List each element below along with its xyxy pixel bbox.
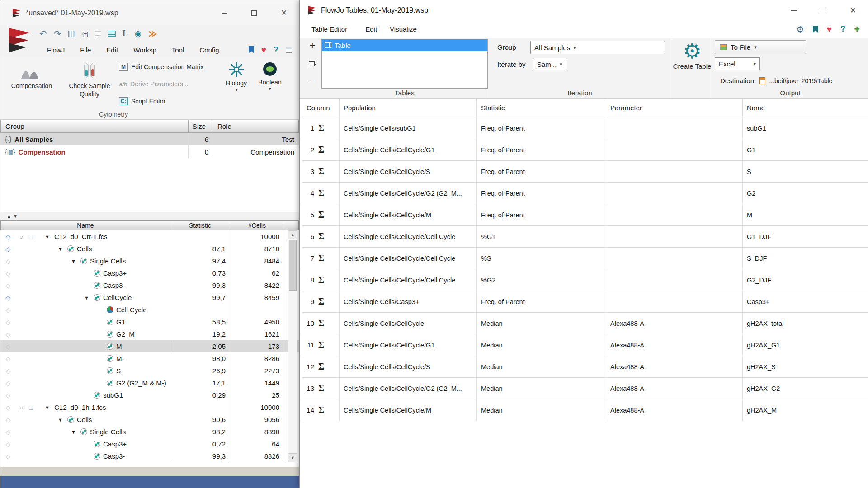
create-table-button[interactable]: ⚙ Create Table — [673, 41, 712, 71]
tree-row[interactable]: ◇▼CellCycle99,78459 — [0, 291, 299, 304]
table-row[interactable]: 2ΣCells/Single Cells/CellCycle/G1Freq. o… — [302, 139, 868, 161]
table-row[interactable]: 12ΣCells/Single Cells/CellCycle/SMedianA… — [302, 356, 868, 378]
check-sample-quality-button[interactable]: Check Sample Quality — [63, 62, 116, 98]
tree-expander-icon[interactable]: ▼ — [45, 405, 54, 410]
tree-expander-icon[interactable]: ▼ — [58, 417, 67, 422]
column-header-role[interactable]: Role — [213, 120, 299, 133]
tab-worksp[interactable]: Worksp — [126, 42, 164, 57]
table-row[interactable]: 7ΣCells/Single Cells/CellCycle/Cell Cycl… — [302, 248, 868, 269]
help-icon[interactable]: ? — [274, 45, 278, 55]
tree-row[interactable]: ◇M2,05173 — [0, 340, 299, 352]
flowjo-logo[interactable] — [6, 26, 32, 55]
sample-square-icon[interactable]: □ — [29, 401, 33, 413]
close-button[interactable]: ✕ — [269, 0, 299, 25]
forward-arrows-icon[interactable]: ≫ — [148, 28, 157, 39]
scroll-up-icon[interactable]: ▲ — [288, 231, 297, 239]
column-header-name[interactable]: Name — [743, 99, 868, 117]
tab-file[interactable]: File — [72, 42, 99, 57]
tree-row[interactable]: ◇○□▼C12_d0_Ctr-1.fcs10000 — [0, 230, 299, 243]
column-header-statistic[interactable]: Statistic — [477, 99, 606, 117]
table-list-item[interactable]: Table — [322, 39, 487, 51]
tree-row[interactable]: ◇subG10,2925 — [0, 389, 299, 401]
table-editor-icon[interactable] — [108, 31, 116, 37]
table-row[interactable]: 8ΣCells/Single Cells/CellCycle/Cell Cycl… — [302, 269, 868, 291]
remove-table-button[interactable]: − — [307, 74, 318, 86]
tree-row[interactable]: ◇G158,54950 — [0, 316, 299, 328]
tree-row[interactable]: ◇▼Cells87,18710 — [0, 243, 299, 255]
tree-row[interactable]: ◇Casp3-99,38422 — [0, 279, 299, 291]
menu-visualize[interactable]: Visualize — [383, 21, 423, 38]
tree-expander-icon[interactable]: ▼ — [84, 295, 94, 300]
tree-row[interactable]: ◇▼Single Cells98,28890 — [0, 426, 299, 438]
proliferation-icon[interactable]: ◉ — [135, 29, 142, 38]
table-row[interactable]: 4ΣCells/Single Cells/CellCycle/G2 (G2_M.… — [302, 183, 868, 204]
add-window-icon[interactable] — [286, 47, 292, 53]
undo-icon[interactable]: ↶ — [39, 28, 47, 39]
bookmark-icon[interactable] — [249, 46, 254, 53]
gear-icon[interactable]: ⚙ — [796, 25, 804, 34]
table-row[interactable]: 11ΣCells/Single Cells/CellCycle/G1Median… — [302, 334, 868, 356]
group-dropdown[interactable]: All Samples ▾ — [530, 41, 665, 54]
heart-icon[interactable]: ♥ — [261, 46, 266, 54]
table-row[interactable]: 6ΣCells/Single Cells/CellCycle/Cell Cycl… — [302, 226, 868, 248]
tree-row[interactable]: ◇▼Single Cells97,48484 — [0, 255, 299, 267]
output-format-select[interactable]: Excel ▾ — [715, 57, 760, 70]
scroll-down-icon[interactable]: ▼ — [288, 453, 297, 462]
biology-dropdown[interactable]: Biology ▾ — [221, 61, 252, 93]
duplicate-table-button[interactable] — [307, 57, 318, 69]
table-row[interactable]: 13ΣCells/Single Cells/CellCycle/G2 (G2_M… — [302, 378, 868, 399]
column-header-population[interactable]: Population — [340, 99, 477, 117]
minimize-button[interactable] — [778, 0, 808, 21]
tree-row[interactable]: ◇Casp3+0,7264 — [0, 438, 299, 450]
tree-row[interactable]: ◇○□▼C12_d0_1h-1.fcs10000 — [0, 401, 299, 413]
tree-row[interactable]: ◇Casp3-99,38826 — [0, 450, 299, 462]
bookmark-icon[interactable] — [813, 26, 818, 33]
menu-table-editor[interactable]: Table Editor — [311, 21, 359, 38]
table-row[interactable]: 1ΣCells/Single Cells/subG1Freq. of Paren… — [302, 117, 868, 139]
derive-parameters-button[interactable]: a/b Derive Parameters... — [119, 78, 188, 90]
tree-expander-icon[interactable]: ▼ — [58, 246, 67, 252]
graph-window-icon[interactable] — [68, 31, 75, 37]
tree-row[interactable]: ◇S26,92273 — [0, 365, 299, 377]
tree-expander-icon[interactable]: ▼ — [45, 234, 54, 239]
help-icon[interactable]: ? — [840, 24, 845, 34]
compensation-button[interactable]: Compensation — [5, 62, 58, 90]
splitter-up-icon[interactable]: ▲ — [7, 214, 11, 219]
table-row[interactable]: 3ΣCells/Single Cells/CellCycle/SFreq. of… — [302, 161, 868, 183]
tree-row[interactable]: ◇G2_M19,21621 — [0, 328, 299, 340]
add-statistic-icon[interactable]: {+} — [82, 30, 88, 37]
add-icon[interactable]: + — [854, 24, 860, 34]
tab-config[interactable]: Config — [192, 42, 226, 57]
column-header-parameter[interactable]: Parameter — [606, 99, 743, 117]
tree-row[interactable]: ◇Casp3+0,7362 — [0, 267, 299, 279]
add-table-button[interactable]: + — [307, 40, 318, 52]
edit-comp-matrix-button[interactable]: M Edit Compensation Matrix — [119, 61, 203, 73]
group-row-all-samples[interactable]: {▫} All Samples 6 Test — [0, 133, 299, 145]
splitter-down-icon[interactable]: ▼ — [13, 214, 18, 219]
layout-editor-icon[interactable]: L — [123, 29, 128, 38]
column-header-name[interactable]: Name — [0, 220, 170, 230]
group-row-compensation[interactable]: {▦} Compensation 0 Compensation — [0, 145, 299, 158]
iterate-by-dropdown[interactable]: Sam... ▾ — [533, 58, 567, 70]
tree-row[interactable]: ◇Cell Cycle — [0, 304, 299, 316]
tree-row[interactable]: ◇G2 (G2_M & M-)17,11449 — [0, 377, 299, 389]
table-row[interactable]: 9ΣCells/Single Cells/Casp3+Freq. of Pare… — [302, 291, 868, 313]
tables-listbox[interactable]: Table — [321, 39, 488, 89]
tree-scrollbar[interactable]: ▲ ▼ — [288, 230, 297, 462]
maximize-button[interactable] — [808, 0, 838, 21]
sample-circle-icon[interactable]: ○ — [19, 230, 23, 243]
heart-icon[interactable]: ♥ — [827, 25, 832, 33]
tree-expander-icon[interactable]: ▼ — [71, 258, 80, 264]
tree-row[interactable]: ◇M-98,08286 — [0, 352, 299, 365]
table-row[interactable]: 14ΣCells/Single Cells/CellCycle/MMedianA… — [302, 399, 868, 421]
tab-flowj[interactable]: FlowJ — [39, 42, 72, 57]
sample-square-icon[interactable]: □ — [29, 230, 33, 243]
tab-edit[interactable]: Edit — [99, 42, 126, 57]
sheet-icon[interactable] — [95, 31, 101, 37]
column-header-column[interactable]: Column — [302, 99, 340, 117]
table-row[interactable]: 10ΣCells/Single Cells/CellCycleMedianAle… — [302, 313, 868, 334]
redo-icon[interactable]: ↷ — [54, 28, 61, 39]
maximize-button[interactable] — [239, 0, 269, 25]
sample-circle-icon[interactable]: ○ — [19, 401, 23, 413]
tree-expander-icon[interactable]: ▼ — [71, 429, 80, 435]
